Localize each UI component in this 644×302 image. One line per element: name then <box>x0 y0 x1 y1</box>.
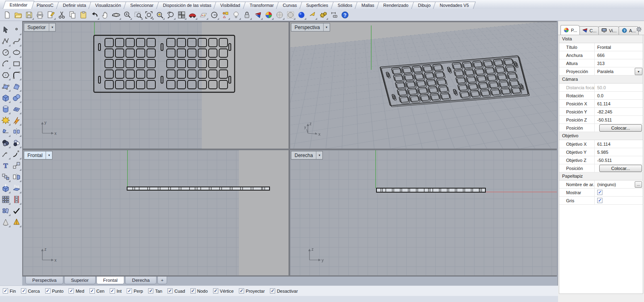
osnap-vertice-checkbox[interactable]: ✓ <box>213 288 218 294</box>
chevron-down-icon[interactable]: ▼ <box>46 151 52 159</box>
zoom-selected-icon[interactable] <box>154 10 165 20</box>
osnap-tan-checkbox[interactable]: ✓ <box>148 288 153 294</box>
curve-extend-icon[interactable] <box>11 149 22 160</box>
menu-tab-estandar[interactable]: Estándar <box>3 1 35 9</box>
polygon-icon[interactable] <box>0 69 11 81</box>
osnap-int-checkbox[interactable]: ✓ <box>110 288 115 294</box>
sphere-icon[interactable] <box>11 92 22 103</box>
property-value[interactable]: 666 <box>595 51 643 59</box>
print-icon[interactable] <box>34 10 45 20</box>
property-value[interactable]: Frontal <box>595 43 643 51</box>
menu-tab-definir-vista[interactable]: Definir vista <box>56 2 93 9</box>
extrude-icon[interactable] <box>0 182 11 194</box>
rendered-viewport-icon[interactable] <box>296 10 307 20</box>
osnap-med-checkbox[interactable]: ✓ <box>69 288 74 294</box>
viewport-label-frontal[interactable]: Frontal ▼ <box>24 151 52 159</box>
new-file-icon[interactable] <box>2 10 13 20</box>
arc-icon[interactable] <box>0 58 11 69</box>
circle-icon[interactable] <box>0 47 11 58</box>
osnap-nodo-checkbox[interactable]: ✓ <box>190 288 196 294</box>
property-value[interactable]: ✓ <box>595 189 643 196</box>
pyramid-icon[interactable] <box>11 216 22 228</box>
gear-icon[interactable] <box>636 26 642 34</box>
menu-tab-novedades-v5[interactable]: Novedades V5 <box>433 2 476 9</box>
viewport-label-superior[interactable]: Superior ▼ <box>24 23 56 31</box>
rotate-view-icon[interactable] <box>111 10 121 20</box>
property-value[interactable]: Paralela▼ <box>595 67 643 75</box>
edit-document-icon[interactable] <box>45 10 56 20</box>
menu-tab-planosc[interactable]: PlanosC <box>30 2 60 9</box>
surface-points-icon[interactable] <box>0 81 11 92</box>
select-icon[interactable] <box>0 24 11 36</box>
property-value[interactable]: 50.0 <box>595 84 643 91</box>
cylinder-icon[interactable] <box>0 103 11 115</box>
osnap-perp[interactable]: ✓Perp <box>127 288 143 294</box>
ellipse-icon[interactable] <box>11 47 22 58</box>
property-value[interactable]: -50.511 <box>595 156 643 164</box>
osnap-punto[interactable]: ✓Punto <box>45 288 64 294</box>
property-value[interactable]: Colocar... <box>595 164 643 172</box>
zoom-window-icon[interactable] <box>132 10 143 20</box>
menu-tab-visualizacion[interactable]: Visualización <box>88 2 128 9</box>
render-colorwheel-icon[interactable] <box>263 10 274 20</box>
cut-icon[interactable] <box>56 10 67 20</box>
colocar-button[interactable]: Colocar... <box>599 124 642 132</box>
mirror-icon[interactable] <box>11 171 22 182</box>
osnap-proyectar[interactable]: ✓Proyectar <box>239 288 265 294</box>
cplane-icon[interactable] <box>198 10 209 20</box>
osnap-med[interactable]: ✓Med <box>69 288 84 294</box>
viewport-label-derecha[interactable]: Derecha ▼ <box>291 151 323 159</box>
explode-icon[interactable] <box>0 115 11 126</box>
property-value[interactable]: 61.114 <box>595 140 643 148</box>
zoom-extents-icon[interactable] <box>143 10 154 20</box>
panel-tab-c[interactable]: C... <box>579 26 599 35</box>
boolean-union-icon[interactable] <box>0 137 11 149</box>
options-gear-icon[interactable] <box>318 10 328 20</box>
osnap-perp-checkbox[interactable]: ✓ <box>127 288 132 294</box>
add-viewport-tab-button[interactable]: + <box>157 277 167 284</box>
osnap-nodo[interactable]: ✓Nodo <box>190 288 208 294</box>
zoom-dynamic-icon[interactable] <box>121 10 132 20</box>
point-icon[interactable] <box>11 24 22 36</box>
fillet-icon[interactable] <box>11 115 22 126</box>
osnap-desactivar[interactable]: ✓Desactivar <box>270 288 298 294</box>
osnap-cen[interactable]: ✓Cen <box>90 288 105 294</box>
menu-tab-transformar[interactable]: Transformar <box>243 2 280 9</box>
trim-icon[interactable] <box>0 126 11 137</box>
lock-icon[interactable] <box>241 10 252 20</box>
ghosted-viewport-icon[interactable] <box>274 10 285 20</box>
polyline-icon[interactable] <box>0 36 11 47</box>
paste-icon[interactable] <box>78 10 89 20</box>
copy-icon[interactable] <box>67 10 78 20</box>
menu-tab-renderizado[interactable]: Renderizado <box>376 2 415 9</box>
extrude-surface-icon[interactable] <box>11 182 22 194</box>
check-objects-icon[interactable] <box>11 205 22 216</box>
viewport-perspectiva[interactable]: zyx Perspectiva ▼ <box>290 22 557 149</box>
cone-icon[interactable] <box>0 216 11 228</box>
mostrar-checkbox[interactable]: ✓ <box>597 190 602 195</box>
surface-loft-icon[interactable] <box>11 81 22 92</box>
chevron-down-icon[interactable]: ▼ <box>316 151 322 159</box>
property-value[interactable]: 5.985 <box>595 148 643 156</box>
move-camera-icon[interactable] <box>187 10 198 20</box>
osnap-cuad[interactable]: ✓Cuad <box>167 288 185 294</box>
zoom-previous-icon[interactable] <box>165 10 176 20</box>
osnap-int[interactable]: ✓Int <box>110 288 121 294</box>
viewport-tab-derecha[interactable]: Derecha <box>125 277 156 284</box>
panel-tab-p[interactable]: P... <box>560 25 580 35</box>
chevron-down-icon[interactable]: ▼ <box>49 23 55 31</box>
save-file-icon[interactable] <box>23 10 34 20</box>
osnap-tan[interactable]: ✓Tan <box>148 288 162 294</box>
osnap-proyectar-checkbox[interactable]: ✓ <box>239 288 244 294</box>
curve-fillet-icon[interactable] <box>11 69 22 81</box>
viewport-frontal[interactable]: zx Frontal ▼ <box>23 150 289 275</box>
osnap-cerca-checkbox[interactable]: ✓ <box>21 288 26 294</box>
gris-checkbox[interactable]: ✓ <box>597 198 602 203</box>
array-curve-icon[interactable] <box>11 194 22 205</box>
selection-filter-icon[interactable] <box>220 10 230 20</box>
text-icon[interactable]: T <box>0 160 11 171</box>
property-value[interactable]: ✓ <box>595 197 643 204</box>
curve-blend-icon[interactable] <box>0 149 11 160</box>
osnap-vertice[interactable]: ✓Vértice <box>213 288 234 294</box>
help-icon[interactable]: ? <box>339 10 350 20</box>
